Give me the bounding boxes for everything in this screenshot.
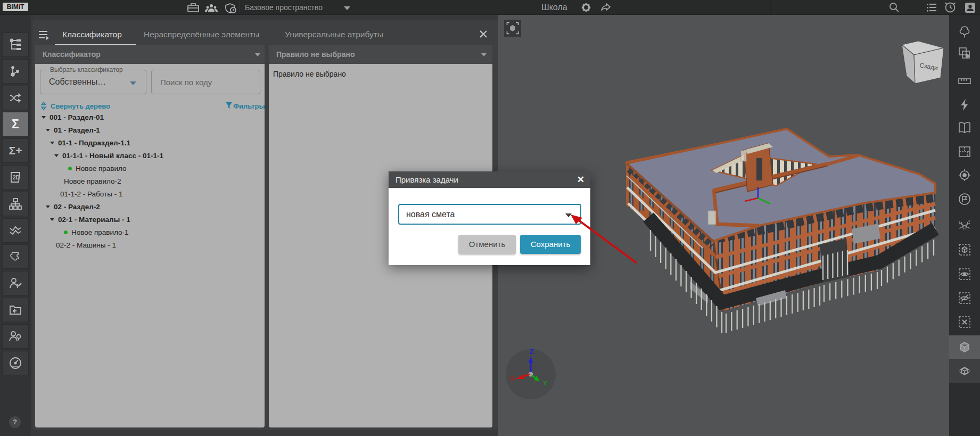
svg-text:2D: 2D: [13, 175, 20, 180]
svg-text:X: X: [510, 375, 515, 383]
svg-text:1: 1: [959, 220, 961, 224]
svg-text:Z: Z: [530, 348, 534, 356]
svg-text:Y: Y: [543, 379, 548, 387]
svg-text:2: 2: [968, 219, 970, 223]
